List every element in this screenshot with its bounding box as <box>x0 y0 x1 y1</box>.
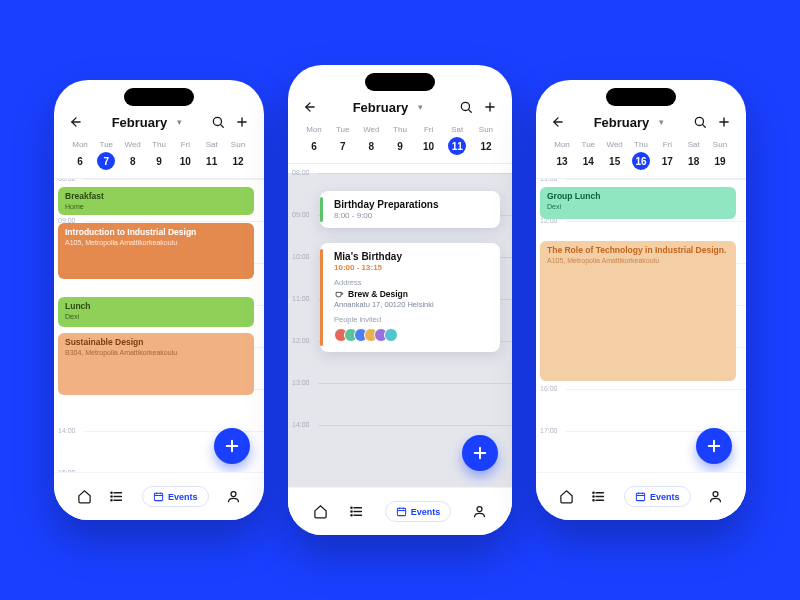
day-column[interactable]: Thu9 <box>388 125 412 155</box>
event-title: Breakfast <box>65 192 247 202</box>
hour-label: 17:00 <box>540 427 558 434</box>
user-icon <box>226 489 241 504</box>
month-selector[interactable]: February ▾ <box>112 115 183 130</box>
day-of-week: Wed <box>607 140 623 149</box>
tab-home[interactable] <box>313 504 328 519</box>
tab-profile[interactable] <box>226 489 241 504</box>
event-block[interactable]: LunchDexi <box>58 297 254 327</box>
day-number: 6 <box>71 152 89 170</box>
back-button[interactable] <box>68 114 84 130</box>
day-column[interactable]: Fri10 <box>417 125 441 155</box>
event-block[interactable]: BreakfastHome <box>58 187 254 215</box>
day-number: 7 <box>334 137 352 155</box>
day-column[interactable]: Sun19 <box>708 140 732 170</box>
day-column[interactable]: Mon13 <box>550 140 574 170</box>
tab-list[interactable] <box>349 504 364 519</box>
arrow-left-icon <box>551 115 565 129</box>
device-notch <box>124 88 194 106</box>
month-selector[interactable]: February▾ <box>594 115 665 130</box>
event-title: Birthday Preparations <box>334 199 490 210</box>
plus-icon <box>705 437 723 455</box>
day-of-week: Sun <box>231 140 245 149</box>
tab-profile[interactable] <box>472 504 487 519</box>
back-button[interactable] <box>302 99 318 115</box>
add-button[interactable] <box>716 114 732 130</box>
search-icon <box>693 115 707 129</box>
fab-add-event[interactable] <box>462 435 498 471</box>
month-selector[interactable]: February▾ <box>353 100 424 115</box>
address-name: Brew & Design <box>334 289 490 299</box>
tab-events[interactable]: Events <box>624 486 691 507</box>
day-column[interactable]: Wed8 <box>359 125 383 155</box>
tab-bar: Events <box>288 487 512 535</box>
phone-right: February▾ Mon13Tue14Wed15Thu16Fri17Sat18… <box>536 80 746 520</box>
day-column[interactable]: Tue14 <box>576 140 600 170</box>
hour-label: 14:00 <box>58 427 76 434</box>
day-column[interactable]: Fri10 <box>173 140 197 170</box>
arrow-left-icon <box>69 115 83 129</box>
tab-home[interactable] <box>559 489 574 504</box>
day-column[interactable]: Sat11 <box>445 125 469 155</box>
search-button[interactable] <box>210 114 226 130</box>
event-block[interactable]: Group LunchDexi <box>540 187 736 219</box>
hour-row: 16:00 <box>566 389 746 431</box>
timeline[interactable]: 08:0009:0010:0011:0012:0013:0014:0015:00… <box>54 179 264 520</box>
event-block[interactable]: The Role of Technology in Industrial Des… <box>540 241 736 381</box>
week-row: Mon13Tue14Wed15Thu16Fri17Sat18Sun19 <box>536 136 746 178</box>
event-block[interactable]: Introduction to Industrial DesignA105, M… <box>58 223 254 279</box>
tab-bar: Events <box>54 472 264 520</box>
day-number: 9 <box>391 137 409 155</box>
chevron-down-icon: ▾ <box>659 117 664 127</box>
search-icon <box>211 115 225 129</box>
tab-bar: Events <box>536 472 746 520</box>
event-title: Introduction to Industrial Design <box>65 228 247 238</box>
tab-events[interactable]: Events <box>385 501 452 522</box>
svg-point-12 <box>111 500 112 501</box>
day-number: 18 <box>685 152 703 170</box>
timeline[interactable]: 11:0012:0013:0014:0015:0016:0017:00Group… <box>536 179 746 520</box>
svg-rect-13 <box>154 493 162 500</box>
day-number: 12 <box>229 152 247 170</box>
svg-point-47 <box>593 496 594 497</box>
divider <box>288 163 512 164</box>
day-column[interactable]: Mon6 <box>68 140 92 170</box>
device-notch <box>365 73 435 91</box>
device-notch <box>606 88 676 106</box>
day-column[interactable]: Wed15 <box>603 140 627 170</box>
day-column[interactable]: Sat18 <box>682 140 706 170</box>
month-label: February <box>353 100 409 115</box>
svg-point-48 <box>593 500 594 501</box>
plus-icon <box>235 115 249 129</box>
tab-home[interactable] <box>77 489 92 504</box>
day-column[interactable]: Thu9 <box>147 140 171 170</box>
day-column[interactable]: Sat11 <box>200 140 224 170</box>
day-column[interactable]: Sun12 <box>226 140 250 170</box>
day-column[interactable]: Fri17 <box>655 140 679 170</box>
event-title: Mia's Birthday <box>334 251 490 262</box>
add-button[interactable] <box>234 114 250 130</box>
back-button[interactable] <box>550 114 566 130</box>
avatar <box>384 328 398 342</box>
event-title: Lunch <box>65 302 247 312</box>
event-color-bar <box>320 197 323 222</box>
event-card-mias-birthday[interactable]: Mia's Birthday 10:00 - 13:15 Address Bre… <box>320 243 500 352</box>
tab-list[interactable] <box>591 489 606 504</box>
day-column[interactable]: Tue7 <box>331 125 355 155</box>
tab-profile[interactable] <box>708 489 723 504</box>
fab-add-event[interactable] <box>696 428 732 464</box>
day-column[interactable]: Sun12 <box>474 125 498 155</box>
tab-events[interactable]: Events <box>142 486 209 507</box>
fab-add-event[interactable] <box>214 428 250 464</box>
event-block[interactable]: Sustainable DesignB304, Metropolia Amatt… <box>58 333 254 395</box>
plus-icon <box>483 100 497 114</box>
day-number: 6 <box>305 137 323 155</box>
search-button[interactable] <box>458 99 474 115</box>
search-button[interactable] <box>692 114 708 130</box>
add-button[interactable] <box>482 99 498 115</box>
day-column[interactable]: Wed8 <box>121 140 145 170</box>
tab-list[interactable] <box>109 489 124 504</box>
day-column[interactable]: Mon6 <box>302 125 326 155</box>
day-column[interactable]: Thu16 <box>629 140 653 170</box>
day-column[interactable]: Tue7 <box>94 140 118 170</box>
event-card-birthday-prep[interactable]: Birthday Preparations 8:00 - 9:00 <box>320 191 500 228</box>
